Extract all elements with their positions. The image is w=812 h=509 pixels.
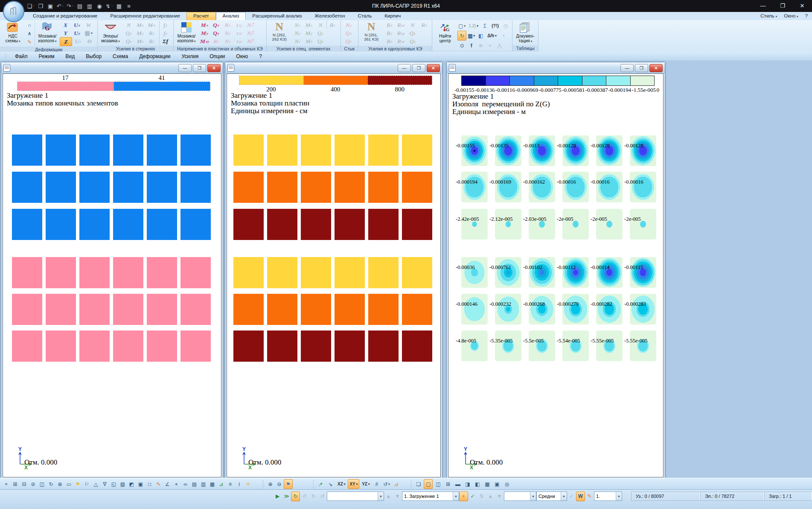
style-menu[interactable]: Стиль▾ (760, 12, 777, 20)
prev-loadcase-icon[interactable]: ▲ (384, 491, 393, 501)
zoom-window-icon[interactable]: ⊞ (11, 479, 20, 489)
ribbon-button-Qz[interactable]: Qz (343, 37, 355, 45)
fe-element[interactable] (46, 135, 76, 166)
child-close-button[interactable]: ✕ (207, 64, 221, 72)
confirm-icon[interactable]: ✓ (567, 491, 576, 501)
fe-element[interactable] (180, 209, 211, 240)
fe-element[interactable] (113, 135, 143, 166)
fe-element[interactable] (233, 257, 264, 288)
table-icon[interactable]: ▤ (190, 479, 199, 489)
ribbon-button-Uy[interactable]: Uy (71, 29, 83, 37)
fe-element[interactable] (301, 209, 331, 240)
ribbon-button-Nz[interactable]: Nz (292, 37, 303, 45)
sphere-icon[interactable]: ◎ (502, 479, 511, 489)
timer-icon[interactable]: ◷ (501, 21, 510, 31)
dynamics-icon[interactable]: ◔ (499, 31, 508, 41)
ribbon-button-Qz[interactable]: Qz (315, 37, 326, 45)
ribbon-button-Σf[interactable]: Σf (159, 37, 171, 45)
down-icon[interactable]: ▼ (495, 491, 504, 501)
ribbon-button-Rx[interactable]: Rx (384, 21, 395, 29)
ribbon-button-Qy[interactable]: Qy (407, 29, 418, 37)
ribbon-button-X[interactable]: X (60, 21, 71, 29)
iso-element[interactable]: -2.03e-005 (529, 209, 555, 240)
tab-1[interactable]: Создание и редактирование (26, 12, 104, 20)
child-title-bar[interactable]: — ❐ ✕ (1, 62, 223, 73)
ribbon-button-Mx[interactable]: Mx (199, 21, 210, 29)
iso-element[interactable]: -0.000761 (495, 257, 521, 288)
ribbon-button-Mxy[interactable]: Mxy (199, 37, 210, 45)
iso-element[interactable]: -0.000279 (562, 294, 589, 325)
peak-graph-icon[interactable]: ⋀ (495, 41, 504, 50)
edit-pencil-icon[interactable]: ✎ (585, 491, 594, 501)
load-shower-icon[interactable]: ≋ (476, 41, 485, 50)
menu-item-3[interactable]: Вид (60, 53, 81, 59)
ribbon-button-W[interactable]: W (83, 21, 94, 29)
apply-icon[interactable]: ✓ (468, 491, 477, 501)
fe-element[interactable] (46, 172, 76, 203)
ribbon-button-Uz[interactable]: Uz (72, 37, 84, 45)
select-frame-icon[interactable]: ▭ (64, 479, 73, 489)
fe-element[interactable] (233, 294, 264, 325)
iso-element[interactable]: -0.00036 (461, 257, 488, 288)
iso-element[interactable]: -5.55e-005 (630, 331, 656, 361)
numbering-icon[interactable]: 1.2)▾ (467, 21, 480, 31)
ribbon-button-Qy[interactable]: Qy (315, 29, 326, 37)
window-horizontal-icon[interactable]: ▬ (453, 479, 462, 489)
fragment-icon[interactable]: ◱ (109, 479, 118, 489)
ribbon-button-Nx[interactable]: Nx (292, 21, 303, 29)
iso-element[interactable]: -0.00155 (461, 135, 488, 166)
iso-element[interactable]: -0.00016 (630, 172, 656, 202)
fe-element[interactable] (402, 294, 432, 325)
result-combo[interactable]: ▼ (327, 491, 384, 501)
stages-icon[interactable]: ⇅ (477, 491, 486, 501)
crown-f-icon[interactable]: f (467, 41, 476, 50)
fe-element[interactable] (301, 331, 331, 362)
tab-4[interactable]: Анализ (216, 12, 246, 20)
fe-element[interactable] (79, 257, 110, 288)
nds-schemes-button[interactable]: НДСсхемы▾ (1, 20, 24, 47)
iso-element[interactable]: -0.00128 (630, 135, 656, 166)
fe-element[interactable] (368, 294, 399, 325)
fe-element[interactable] (147, 257, 177, 288)
tab-7[interactable]: Сталь (352, 12, 378, 20)
ribbon-button-Mz[interactable]: Mz (303, 37, 315, 45)
epures-button[interactable]: Эпюры/мозаика▾ (99, 20, 122, 46)
fe-element[interactable] (46, 294, 76, 325)
fe-element[interactable] (335, 257, 365, 288)
ribbon-button-Θ[interactable]: Θ (84, 37, 95, 45)
ribbon-button-τxz[interactable]: τxz (233, 29, 245, 37)
menu-item-5[interactable]: Схема (107, 53, 134, 59)
iso-element[interactable]: -0.000162 (529, 172, 555, 202)
child-title-bar[interactable]: — ❐ ✕ (447, 62, 665, 73)
ribbon-button-Ny[interactable]: Ny (343, 21, 355, 29)
ribbon-button-τyz[interactable]: τyz (233, 37, 245, 45)
iso-element[interactable]: -2e-005 (562, 209, 589, 240)
plot-canvas[interactable]: -0.00155-0.00136-0.00116-0.000969-0.0007… (448, 73, 664, 477)
zoom-disable-icon[interactable]: ⊘ (29, 479, 38, 489)
cube-icon[interactable]: ▧ (118, 479, 127, 489)
fe-element[interactable] (12, 209, 42, 240)
iso-element[interactable]: -0.000169 (495, 172, 521, 202)
node-snap-icon[interactable]: ⌖ (459, 491, 468, 501)
fe-element[interactable] (335, 294, 365, 325)
fe-element[interactable] (46, 257, 76, 288)
menu-item-7[interactable]: Усилия (176, 53, 204, 59)
iso-element[interactable]: -0.000194 (461, 172, 488, 202)
select-elements-icon[interactable]: ▢▾ (457, 21, 466, 31)
rotate-view-icon[interactable]: ↻ (47, 479, 55, 489)
find-center-button[interactable]: G Найтицентр (434, 20, 457, 51)
fe-element[interactable] (267, 172, 297, 203)
fe-element[interactable] (301, 294, 331, 325)
ribbon-button-Rux[interactable]: Rux (395, 21, 407, 29)
ribbon-button-N[interactable]: N (407, 21, 418, 29)
dimetric-view-icon[interactable]: ↘ (326, 479, 335, 489)
iso-element[interactable]: -2e-005 (596, 209, 623, 240)
coordinate-axes-icon[interactable]: ⊿ (392, 479, 401, 489)
history-list-icon[interactable]: ↺ (318, 491, 327, 501)
fe-element[interactable] (79, 172, 110, 203)
tab-3[interactable]: Расчет (186, 12, 216, 20)
ribbon-button-Ux[interactable]: Ux (71, 21, 83, 29)
history-forward-icon[interactable]: ↻ (309, 491, 318, 501)
fe-element[interactable] (335, 209, 365, 240)
plate-mosaic-button[interactable]: Мозаика/изополя▾ (175, 20, 198, 46)
